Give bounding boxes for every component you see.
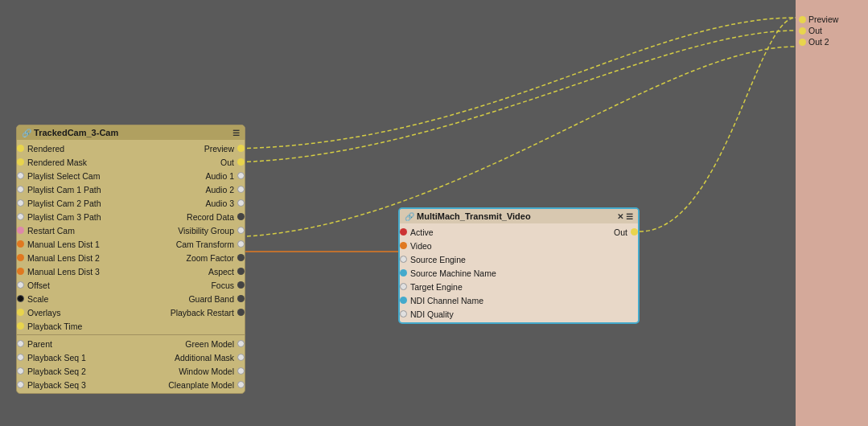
audio3-right-dot[interactable]	[237, 199, 245, 207]
record-data-right-dot[interactable]	[237, 213, 245, 220]
row-rendered-mask: Rendered Mask Out	[17, 155, 245, 169]
row-restart-cam: Restart Cam Visibility Group	[17, 223, 245, 237]
video-left-dot[interactable]	[400, 242, 407, 249]
preview-edge-label: Preview	[808, 14, 838, 24]
mm-out-right-dot[interactable]	[631, 228, 638, 236]
out-right-label: Out	[220, 158, 234, 167]
row-ndi-channel-name: NDI Channel Name	[400, 293, 638, 307]
source-machine-name-label: Source Machine Name	[410, 268, 496, 278]
row-video: Video	[400, 239, 638, 252]
row-playback-seq2: Playback Seq 2 Window Model	[17, 364, 245, 378]
audio2-right-dot[interactable]	[237, 186, 245, 193]
visibility-group-right-dot[interactable]	[237, 227, 245, 234]
cleanplate-model-right-label: Cleanplate Model	[168, 380, 234, 390]
playlist-select-cam-left-dot[interactable]	[17, 172, 24, 179]
out2-port-dot	[799, 39, 806, 46]
menu-icon[interactable]: ☰	[232, 129, 240, 137]
additional-mask-right-label: Additional Mask	[175, 353, 234, 363]
window-model-right-dot[interactable]	[237, 367, 245, 375]
mm-out-right-label: Out	[614, 227, 627, 237]
menu-icon-multimach[interactable]: ☰	[626, 212, 633, 221]
link-icon-multimach: 🔗	[405, 212, 414, 221]
manual-lens3-left-dot[interactable]	[17, 268, 24, 275]
active-label: Active	[410, 227, 434, 237]
additional-mask-right-dot[interactable]	[237, 354, 245, 361]
playback-seq2-left-dot[interactable]	[17, 367, 24, 375]
multimach-title: MultiMach_Transmit_Video	[417, 211, 531, 221]
playback-restart-right-dot[interactable]	[237, 309, 245, 316]
zoom-factor-right-label: Zoom Factor	[186, 253, 234, 263]
row-overlays: Overlays Playback Restart	[17, 305, 245, 319]
rendered-mask-left-dot[interactable]	[17, 158, 24, 166]
playback-time-left-dot[interactable]	[17, 322, 24, 330]
scale-left-dot[interactable]	[17, 295, 24, 302]
preview-edge-row: Preview	[796, 14, 838, 24]
overlays-left-dot[interactable]	[17, 309, 24, 316]
multimach-header: 🔗 MultiMach_Transmit_Video ✕ ☰	[400, 209, 638, 223]
playback-seq1-left-dot[interactable]	[17, 354, 24, 361]
preview-right-dot[interactable]	[237, 145, 245, 152]
playback-seq2-label: Playback Seq 2	[27, 367, 86, 376]
manual-lens2-left-dot[interactable]	[17, 254, 24, 261]
ndi-quality-left-dot[interactable]	[400, 310, 407, 317]
guard-band-right-dot[interactable]	[237, 295, 245, 302]
row-manual-lens-dist1: Manual Lens Dist 1 Cam Transform	[17, 237, 245, 251]
playback-seq1-label: Playback Seq 1	[27, 353, 86, 363]
window-model-right-label: Window Model	[179, 367, 234, 376]
playback-restart-right-label: Playback Restart	[171, 308, 234, 317]
cleanplate-model-right-dot[interactable]	[237, 381, 245, 388]
row-source-machine-name: Source Machine Name	[400, 266, 638, 280]
audio3-right-label: Audio 3	[205, 199, 234, 208]
tracked-cam-title: TrackedCam_3-Cam	[34, 128, 118, 137]
cam-transform-right-label: Cam Transform	[176, 240, 234, 249]
guard-band-right-label: Guard Band	[188, 294, 234, 304]
manual-lens1-left-dot[interactable]	[17, 240, 24, 248]
row-target-engine: Target Engine	[400, 280, 638, 293]
scale-label: Scale	[27, 294, 48, 304]
playlist-cam3-label: Playlist Cam 3 Path	[27, 212, 101, 222]
ndi-channel-name-label: NDI Channel Name	[410, 296, 483, 305]
right-edge-labels: Preview Out Out 2	[796, 0, 868, 426]
playback-seq3-left-dot[interactable]	[17, 381, 24, 388]
row-playback-seq3: Playback Seq 3 Cleanplate Model	[17, 378, 245, 391]
active-left-dot[interactable]	[400, 228, 407, 236]
row-rendered: Rendered Preview	[17, 141, 245, 155]
header-icons[interactable]: ☰	[232, 129, 240, 137]
row-playback-seq1: Playback Seq 1 Additional Mask	[17, 350, 245, 364]
zoom-factor-right-dot[interactable]	[237, 254, 245, 261]
source-engine-label: Source Engine	[410, 255, 466, 264]
row-playlist-cam2-path: Playlist Cam 2 Path Audio 3	[17, 196, 245, 210]
cam-transform-right-dot[interactable]	[237, 240, 245, 248]
source-machine-name-left-dot[interactable]	[400, 269, 407, 276]
target-engine-label: Target Engine	[410, 282, 463, 292]
row-parent: Parent Green Model	[17, 337, 245, 350]
green-model-right-dot[interactable]	[237, 340, 245, 347]
row-manual-lens-dist3: Manual Lens Dist 3 Aspect	[17, 264, 245, 278]
audio1-right-dot[interactable]	[237, 172, 245, 179]
link-icon: 🔗	[22, 129, 31, 137]
aspect-right-label: Aspect	[208, 267, 234, 276]
out-right-dot[interactable]	[237, 158, 245, 166]
source-engine-left-dot[interactable]	[400, 256, 407, 263]
playlist-select-cam-label: Playlist Select Cam	[27, 171, 100, 181]
focus-right-dot[interactable]	[237, 281, 245, 289]
ndi-channel-name-left-dot[interactable]	[400, 297, 407, 304]
out-port-dot	[799, 27, 806, 35]
playlist-cam2-left-dot[interactable]	[17, 199, 24, 207]
row-playback-time: Playback Time	[17, 319, 245, 333]
out-edge-label: Out	[808, 26, 822, 35]
multimach-header-icons[interactable]: ✕ ☰	[617, 211, 633, 221]
aspect-right-dot[interactable]	[237, 268, 245, 275]
playlist-cam1-left-dot[interactable]	[17, 186, 24, 193]
target-engine-left-dot[interactable]	[400, 283, 407, 290]
restart-cam-label: Restart Cam	[27, 226, 75, 236]
restart-cam-left-dot[interactable]	[17, 227, 24, 234]
out2-edge-label: Out 2	[808, 37, 829, 47]
playlist-cam3-left-dot[interactable]	[17, 213, 24, 220]
close-icon[interactable]: ✕	[617, 212, 623, 221]
rendered-mask-label: Rendered Mask	[27, 158, 87, 167]
offset-left-dot[interactable]	[17, 281, 24, 289]
row-scale: Scale Guard Band	[17, 292, 245, 305]
parent-left-dot[interactable]	[17, 340, 24, 347]
rendered-left-dot[interactable]	[17, 145, 24, 152]
